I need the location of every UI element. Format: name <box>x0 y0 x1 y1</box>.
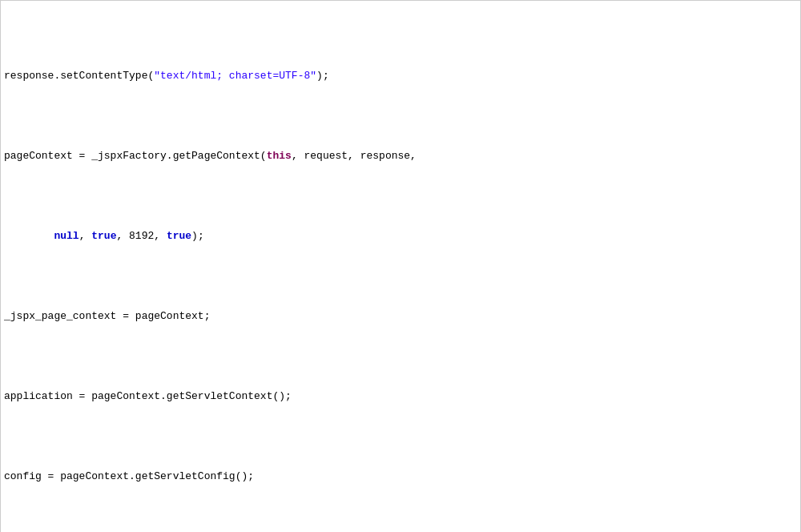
code-line-2: pageContext = _jspxFactory.getPageContex… <box>1 148 800 164</box>
code-line-6: config = pageContext.getServletConfig(); <box>1 469 800 485</box>
line-content-2: pageContext = _jspxFactory.getPageContex… <box>1 148 799 164</box>
line-content-5: application = pageContext.getServletCont… <box>1 389 799 405</box>
line-content-6: config = pageContext.getServletConfig(); <box>1 469 799 485</box>
code-line-4: _jspx_page_context = pageContext; <box>1 308 800 324</box>
code-line-3: null, true, 8192, true); <box>1 228 800 244</box>
code-line-1: response.setContentType("text/html; char… <box>1 68 800 84</box>
code-line-5: application = pageContext.getServletCont… <box>1 389 800 405</box>
line-content-1: response.setContentType("text/html; char… <box>1 68 799 84</box>
editor-container: response.setContentType("text/html; char… <box>0 0 801 532</box>
line-content-4: _jspx_page_context = pageContext; <box>1 308 799 324</box>
code-area[interactable]: response.setContentType("text/html; char… <box>1 1 800 532</box>
line-content-3: null, true, 8192, true); <box>1 228 799 244</box>
